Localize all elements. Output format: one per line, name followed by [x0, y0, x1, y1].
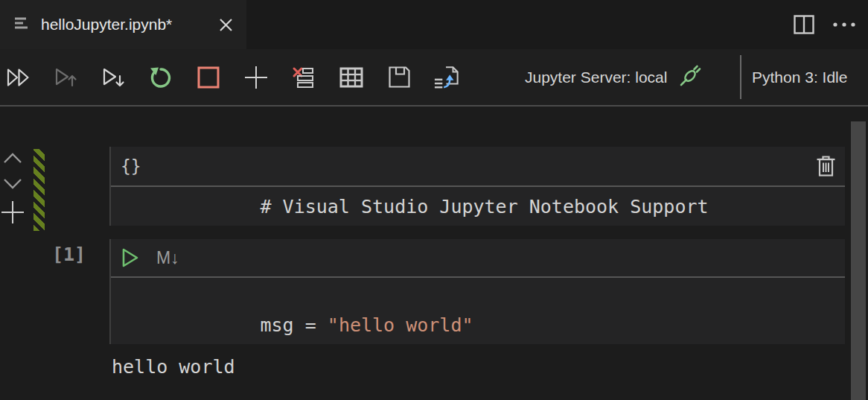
jupyter-server-label: Jupyter Server: local: [525, 69, 667, 86]
notebook-file-icon: [14, 15, 31, 34]
code-token: msg =: [261, 314, 328, 336]
run-all-icon[interactable]: [5, 65, 31, 90]
split-editor-icon[interactable]: [794, 15, 814, 34]
cell-2-header: M↓: [111, 239, 845, 276]
code-line: print(msg): [148, 369, 845, 400]
tab-hellojupyter[interactable]: helloJupyter.ipynb*: [0, 0, 246, 49]
interrupt-kernel-icon[interactable]: [196, 65, 221, 90]
cell-2-code-editor[interactable]: msg = "hello world" print(msg): [111, 278, 845, 400]
code-token: # Visual Studio Jupyter Notebook Support: [261, 196, 709, 218]
notebook-cell-2[interactable]: M↓ msg = "hello world" print(msg): [109, 239, 845, 344]
gutter-add-cell-icon[interactable]: [0, 200, 25, 225]
clear-all-outputs-icon[interactable]: [291, 65, 316, 90]
markdown-toggle[interactable]: M↓: [156, 248, 179, 268]
editor-tab-bar: helloJupyter.ipynb*: [0, 0, 868, 49]
toolbar-divider: [740, 55, 741, 99]
save-icon[interactable]: [386, 65, 412, 90]
modified-cell-stripe: [33, 149, 45, 231]
collapse-up-icon[interactable]: [2, 151, 23, 165]
run-cell-and-below-icon[interactable]: [100, 65, 126, 90]
close-icon[interactable]: [217, 16, 234, 34]
language-indicator[interactable]: {}: [121, 156, 141, 176]
tab-title: helloJupyter.ipynb*: [41, 16, 172, 34]
export-icon[interactable]: [434, 65, 459, 90]
cell-1-code-editor[interactable]: # Visual Studio Jupyter Notebook Support: [111, 187, 845, 226]
tab-bar-actions: [794, 0, 858, 49]
cell-2-output: hello world: [112, 353, 235, 381]
plug-icon: [678, 64, 702, 91]
variable-explorer-icon[interactable]: [339, 65, 364, 90]
kernel-label: Python 3: Idle: [752, 69, 847, 86]
restart-kernel-icon[interactable]: [148, 65, 173, 90]
run-cell-icon[interactable]: [121, 247, 139, 268]
code-token-string: "hello world": [328, 314, 473, 336]
notebook-cell-1[interactable]: {} # Visual Studio Jupyter Notebook Supp…: [109, 147, 845, 226]
jupyter-server-status[interactable]: Jupyter Server: local: [525, 49, 702, 105]
run-cells-above-icon[interactable]: [53, 65, 78, 90]
cell-1-header: {}: [111, 147, 845, 185]
vertical-scrollbar[interactable]: [851, 121, 866, 400]
trash-icon[interactable]: [814, 154, 837, 178]
notebook-editor: [1] {} # Visual: [0, 107, 868, 400]
collapse-down-icon[interactable]: [2, 177, 23, 191]
toolbar-buttons: [5, 49, 459, 105]
kernel-status[interactable]: Python 3: Idle: [752, 49, 847, 105]
execution-count: [1]: [52, 244, 86, 265]
more-actions-icon[interactable]: [832, 21, 858, 28]
vscode-notebook-window: helloJupyter.ipynb*: [0, 0, 868, 400]
add-cell-icon[interactable]: [243, 65, 269, 90]
code-line: msg = "hello world": [148, 282, 845, 369]
notebook-toolbar: Jupyter Server: local Python 3: Idle: [0, 49, 868, 105]
